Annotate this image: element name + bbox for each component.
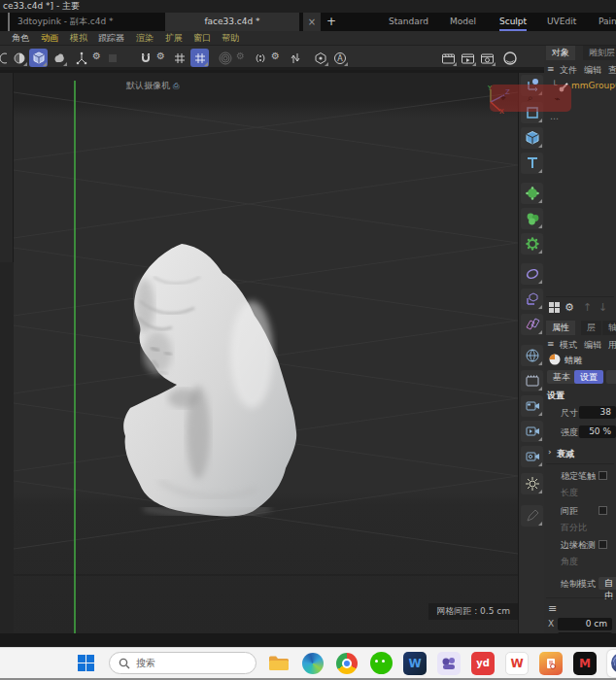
light-object-icon[interactable] — [521, 473, 543, 494]
drawmode-dropdown[interactable]: 自由 — [599, 577, 616, 590]
start-button[interactable] — [74, 652, 97, 675]
grid-snap-active-icon[interactable] — [190, 49, 209, 67]
layout-standard[interactable]: Standard — [389, 13, 428, 31]
workplane-icon[interactable] — [103, 49, 121, 67]
menu-animation[interactable]: 动画 — [41, 31, 58, 46]
menu-extensions[interactable]: 扩展 — [165, 31, 183, 46]
om-menu-view[interactable]: 查看 — [608, 64, 616, 77]
grid-snap-icon[interactable] — [170, 49, 188, 67]
smooth-shade-icon[interactable] — [10, 49, 28, 67]
camera-film-icon[interactable] — [521, 395, 543, 417]
spline-disc-icon[interactable] — [521, 263, 543, 285]
chrome-icon[interactable] — [335, 652, 359, 675]
subtab-basic[interactable]: 基本 — [547, 370, 576, 384]
tab-sculpt-layers[interactable]: 雕刻层 — [583, 46, 616, 60]
layout-sculpt[interactable]: Sculpt — [499, 13, 527, 31]
subtab-settings[interactable]: 设置 — [574, 370, 603, 384]
menu-render[interactable]: 渲染 — [136, 31, 154, 46]
text-tool-icon[interactable] — [521, 153, 543, 174]
radial-guides-icon[interactable] — [216, 49, 234, 67]
swap-arrows-icon[interactable] — [286, 49, 304, 67]
coords-burger-icon[interactable]: ≡ — [548, 602, 557, 615]
radial-settings-gear-icon[interactable]: ⚙ — [236, 51, 245, 61]
tab-objects[interactable]: 对象 — [546, 46, 575, 60]
strength-field[interactable]: 50 % — [579, 425, 616, 438]
menu-simulate[interactable]: 模拟 — [70, 31, 87, 46]
layout-model[interactable]: Model — [450, 13, 476, 31]
menu-character[interactable]: 角色 — [12, 31, 29, 46]
partial-tool-icon[interactable] — [0, 49, 9, 67]
menu-help[interactable]: 帮助 — [222, 31, 239, 46]
3d-viewport[interactable]: 默认摄像机 ⎙ — [14, 73, 518, 633]
cube-tool-icon[interactable] — [29, 49, 48, 67]
axis-mode-icon[interactable] — [72, 49, 90, 67]
layout-uvedit[interactable]: UVEdit — [547, 13, 576, 31]
deformer-gear-icon[interactable] — [521, 233, 543, 255]
am-menu-mode[interactable]: 模式 — [560, 339, 577, 352]
layout-paint[interactable]: Pain — [599, 13, 616, 31]
word-icon[interactable]: W — [403, 652, 427, 675]
coord-x-field[interactable]: 0 cm — [558, 618, 612, 630]
stage-object-icon[interactable] — [521, 370, 543, 391]
hexagon-tool-icon[interactable] — [311, 49, 329, 67]
om-menu-file[interactable]: 文件 — [560, 64, 577, 77]
render-marked-icon[interactable] — [459, 49, 477, 67]
teams-icon[interactable] — [437, 652, 461, 675]
am-menu-edit[interactable]: 编辑 — [584, 339, 601, 352]
primitive-cube-icon[interactable] — [521, 127, 543, 149]
instance-object-icon[interactable] — [521, 289, 543, 310]
stabilize-checkbox[interactable] — [599, 471, 607, 480]
mail-icon[interactable]: M — [573, 652, 597, 675]
symmetry-icon[interactable] — [251, 49, 269, 67]
left-tool-strip[interactable] — [0, 73, 14, 633]
render-view-icon[interactable] — [439, 49, 458, 67]
pen-tool-disabled-icon[interactable] — [521, 505, 543, 527]
am-down-arrow-icon[interactable]: ↓ — [599, 301, 607, 314]
wps-icon[interactable]: W — [505, 652, 529, 675]
explorer-icon[interactable] — [267, 652, 291, 675]
wechat-icon[interactable] — [369, 652, 393, 675]
sculpted-bust-model[interactable] — [111, 238, 325, 539]
menu-tracker[interactable]: 跟踪器 — [98, 31, 124, 46]
tab-layers[interactable]: 层 — [581, 321, 601, 335]
spacing-checkbox[interactable] — [599, 506, 607, 515]
cinema4d-icon[interactable] — [607, 650, 616, 677]
edge-detect-checkbox[interactable] — [599, 540, 607, 549]
tab-axis[interactable]: 轴 — [602, 321, 616, 335]
axis-settings-gear-icon[interactable]: ⚙ — [92, 51, 101, 61]
camera-label[interactable]: 默认摄像机 ⎙ — [126, 80, 179, 92]
subdivision-generator-icon[interactable] — [521, 183, 543, 204]
doc-tab-face33[interactable]: face33.c4d * — [165, 13, 299, 31]
snap-settings-gear-icon[interactable]: ⚙ — [156, 51, 165, 61]
sky-environment-icon[interactable] — [521, 345, 543, 366]
size-field[interactable]: 38 — [579, 406, 616, 419]
am-layout-grid-icon[interactable] — [548, 301, 561, 314]
tab-close-icon[interactable]: × — [303, 13, 321, 31]
docs-search-icon[interactable] — [539, 652, 563, 675]
tab-attributes[interactable]: 属性 — [546, 321, 575, 335]
camera-play-icon[interactable] — [521, 421, 543, 442]
camera-target-icon[interactable] — [521, 446, 543, 467]
polygon-object-icon[interactable] — [521, 314, 543, 335]
am-menu-user[interactable]: 用户 — [608, 339, 616, 352]
symmetry-settings-gear-icon[interactable]: ⚙ — [271, 51, 280, 61]
tab-add-icon[interactable]: + — [323, 13, 340, 31]
auto-select-icon[interactable]: A — [330, 49, 349, 67]
taskbar-search[interactable]: 搜索 — [109, 652, 257, 674]
metaball-generator-icon[interactable] — [521, 208, 543, 229]
edge-icon[interactable] — [301, 652, 325, 675]
falloff-arrow-icon[interactable]: › — [548, 447, 552, 457]
om-burger-icon[interactable]: ≡ — [547, 64, 555, 74]
subtab-next-partial[interactable] — [606, 370, 616, 384]
object-name[interactable]: mmGroup0 — [571, 81, 616, 90]
am-burger-icon[interactable]: ≡ — [547, 339, 555, 349]
am-up-arrow-icon[interactable]: ↑ — [583, 301, 592, 314]
material-sphere-icon[interactable] — [500, 49, 519, 67]
snap-magnet-icon[interactable] — [136, 49, 154, 67]
doc-tab-3dtoypink[interactable]: 3dtoypink - 副本.c4d * — [8, 13, 114, 31]
falloff-label[interactable]: 衰减 — [557, 448, 574, 460]
om-menu-edit[interactable]: 编辑 — [584, 64, 601, 77]
youdao-note-icon[interactable]: yd — [471, 652, 495, 675]
menu-window[interactable]: 窗口 — [193, 31, 211, 46]
sculpt-blob-icon[interactable] — [50, 49, 68, 67]
